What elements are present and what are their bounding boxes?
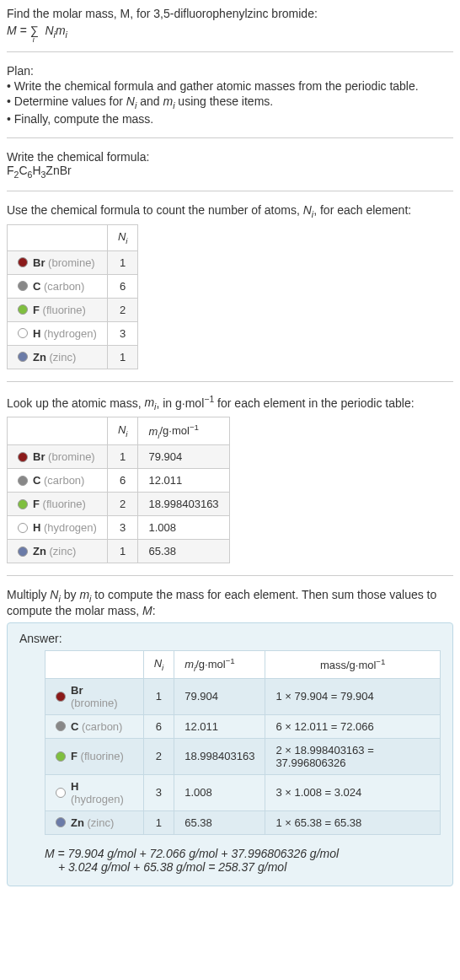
count-table: Ni Br (bromine) 1 C (carbon) 6 F (fluori…: [7, 224, 138, 369]
col-mass: mass/g·mol−1: [265, 650, 441, 678]
col-ni: Ni: [143, 650, 174, 678]
intro-text: Find the molar mass, M, for 3,5-difluoro…: [7, 7, 453, 20]
mass-formula: M = ∑i Nimi: [7, 24, 453, 40]
mass-table: Ni mi/g·mol−1 Br (bromine) 1 79.904 C (c…: [7, 417, 230, 563]
swatch-f: [18, 304, 28, 315]
col-mi: mi/g·mol−1: [138, 417, 229, 445]
table-row: H (hydrogen) 3 1.008 3 × 1.008 = 3.024: [45, 774, 441, 810]
table-row: F (fluorine) 2 18.998403163: [8, 493, 230, 516]
count-atoms-text: Use the chemical formula to count the nu…: [7, 203, 453, 219]
answer-box: Answer: Ni mi/g·mol−1 mass/g·mol−1 Br (b…: [7, 622, 453, 886]
table-row: C (carbon) 6: [8, 274, 138, 298]
table-row: Br (bromine) 1: [8, 250, 138, 274]
table-row: H (hydrogen) 3: [8, 321, 138, 345]
table-row: H (hydrogen) 3 1.008: [8, 516, 230, 540]
final-equation: M = 79.904 g/mol + 72.066 g/mol + 37.996…: [45, 847, 441, 874]
swatch-c: [18, 281, 28, 291]
plan-item: • Finally, compute the mass.: [7, 112, 453, 126]
chemical-formula: F2C6H3ZnBr: [7, 164, 453, 180]
multiply-text: Multiply Ni by mi to compute the mass fo…: [7, 588, 453, 617]
write-formula-label: Write the chemical formula:: [7, 150, 453, 164]
swatch-zn: [18, 352, 28, 362]
table-row: Zn (zinc) 1 65.38: [8, 540, 230, 563]
table-row: Br (bromine) 1 79.904 1 × 79.904 = 79.90…: [45, 678, 441, 714]
swatch-br: [18, 257, 28, 267]
table-row: Zn (zinc) 1: [8, 345, 138, 369]
answer-table: Ni mi/g·mol−1 mass/g·mol−1 Br (bromine) …: [45, 650, 441, 835]
plan-list: • Write the chemical formula and gather …: [7, 79, 453, 126]
plan-header: Plan:: [7, 64, 453, 78]
table-row: C (carbon) 6 12.011 6 × 12.011 = 72.066: [45, 714, 441, 738]
intro: Find the molar mass, M, for 3,5-difluoro…: [7, 7, 318, 20]
col-ni: Ni: [107, 417, 138, 445]
answer-label: Answer:: [19, 632, 441, 645]
lookup-text: Look up the atomic mass, mi, in g·mol−1 …: [7, 394, 453, 412]
table-row: Br (bromine) 1 79.904: [8, 445, 230, 469]
col-ni: Ni: [107, 225, 138, 251]
swatch-h: [18, 328, 28, 338]
plan-item: • Write the chemical formula and gather …: [7, 79, 453, 93]
table-row: Zn (zinc) 1 65.38 1 × 65.38 = 65.38: [45, 810, 441, 834]
plan-item: • Determine values for Ni and mi using t…: [7, 94, 453, 110]
table-row: F (fluorine) 2: [8, 298, 138, 321]
col-mi: mi/g·mol−1: [174, 650, 265, 678]
table-row: F (fluorine) 2 18.998403163 2 × 18.99840…: [45, 738, 441, 774]
table-row: C (carbon) 6 12.011: [8, 469, 230, 493]
